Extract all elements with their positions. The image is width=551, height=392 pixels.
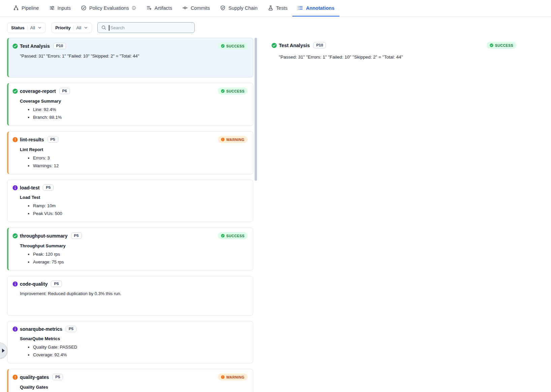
tab-label: Commits: [191, 5, 210, 11]
card-header: coverage-report P6 SUCCESS: [12, 87, 248, 95]
annotation-card[interactable]: code-quality P5 Improvement: Reduced dup…: [7, 276, 253, 316]
chevron-down-icon: [38, 26, 42, 30]
annotation-detail-pane: Test Analysis P10 SUCCESS "Passed: 31" "…: [258, 38, 551, 60]
status-pill-label: WARNING: [226, 375, 245, 379]
annotation-card[interactable]: sonarqube-metrics P5 SonarQube Metrics Q…: [7, 321, 253, 363]
divider: [73, 25, 74, 30]
priority-badge: P10: [313, 42, 326, 48]
annotation-heading: Quality Gates: [20, 384, 248, 391]
annotation-bullets: Quality Gate: PASSEDCoverage: 92.4%: [20, 343, 248, 359]
tab-icon: [13, 5, 19, 11]
status-icon: [12, 88, 18, 94]
annotation-card[interactable]: Test Analysis P10 SUCCESS "Passed: 31" "…: [7, 38, 253, 77]
bullet-item: Warnings: 12: [33, 162, 248, 170]
card-header: quality-gates P5 WARNING: [12, 373, 248, 381]
scrollbar: [253, 38, 258, 392]
tab-icon: [220, 5, 226, 11]
status-badge: SUCCESS: [218, 87, 248, 95]
priority-badge: P5: [52, 374, 63, 380]
status-pill-icon: [221, 89, 225, 93]
tab-policy-evaluations[interactable]: Policy Evaluations: [76, 0, 141, 16]
bullet-item: Peak: 120 rps: [33, 250, 248, 258]
card-body: Coverage Summary Line: 92.4%Branch: 88.1…: [20, 98, 248, 121]
card-body: "Passed: 31" "Errors: 1" "Failed: 10" "S…: [20, 53, 248, 60]
tab-annotations[interactable]: Annotations: [292, 0, 339, 16]
priority-badge: P5: [51, 281, 62, 287]
status-filter-dropdown[interactable]: Status All: [7, 23, 46, 33]
tab-pipeline[interactable]: Pipeline: [8, 0, 44, 16]
status-icon: [12, 281, 18, 287]
status-pill-icon: [490, 43, 493, 47]
status-badge: SUCCESS: [218, 42, 248, 49]
status-icon: [12, 326, 18, 332]
annotation-title: quality-gates: [20, 375, 49, 380]
status-filter-value: All: [30, 25, 35, 30]
tab-tests[interactable]: Tests: [263, 0, 293, 16]
search-input[interactable]: [109, 25, 191, 30]
annotation-card[interactable]: load-test P5 Load Test Ramp: 10mPeak VUs…: [7, 180, 253, 222]
status-pill-icon: [221, 138, 225, 141]
text-caret: [109, 25, 109, 31]
card-body: SonarQube Metrics Quality Gate: PASSEDCo…: [20, 335, 248, 359]
tab-label: Inputs: [58, 5, 71, 11]
bullet-item: Ramp: 10m: [33, 202, 248, 210]
annotation-bullets: Ramp: 10mPeak VUs: 500: [20, 202, 248, 217]
priority-badge: P5: [71, 233, 82, 239]
tab-label: Artifacts: [155, 5, 172, 11]
detail-title: Test Analysis: [279, 43, 310, 48]
status-icon: [12, 43, 18, 49]
annotation-title: sonarqube-metrics: [20, 326, 62, 332]
expand-arrow-icon: [2, 349, 5, 353]
annotation-text: "Passed: 31" "Errors: 1" "Failed: 10" "S…: [20, 53, 248, 60]
status-badge: SUCCESS: [218, 232, 248, 239]
tab-label: Annotations: [306, 5, 334, 11]
annotation-heading: Coverage Summary: [20, 98, 248, 105]
detail-status-icon: [271, 43, 277, 48]
status-pill-icon: [221, 375, 225, 379]
tab-supply-chain[interactable]: Supply Chain: [215, 0, 262, 16]
annotation-bullets: Errors: 3Warnings: 12: [20, 154, 248, 170]
priority-filter-dropdown[interactable]: Priority All: [51, 23, 92, 33]
bullet-item: Branch: 88.1%: [33, 113, 248, 121]
tab-bar: Pipeline Inputs Policy Evaluations Artif…: [0, 0, 551, 17]
annotation-card[interactable]: throughput-summary P5 SUCCESS Throughput…: [7, 227, 253, 271]
tab-artifacts[interactable]: Artifacts: [141, 0, 177, 16]
chevron-down-icon: [84, 26, 88, 30]
bullet-item: Peak VUs: 500: [33, 210, 248, 217]
annotation-heading: Lint Report: [20, 146, 248, 153]
status-pill-icon: [221, 44, 225, 48]
tab-inputs[interactable]: Inputs: [44, 0, 76, 16]
scrollbar-thumb[interactable]: [255, 38, 257, 181]
tab-label: Policy Evaluations: [89, 5, 129, 11]
priority-badge: P10: [53, 43, 66, 49]
detail-header: Test Analysis P10 SUCCESS: [271, 42, 516, 49]
status-pill-label: WARNING: [226, 138, 245, 142]
annotation-card[interactable]: lint-results P5 WARNING Lint Report Erro…: [7, 131, 253, 174]
search-icon: [101, 25, 106, 30]
detail-status-badge: SUCCESS: [487, 42, 516, 49]
card-body: Load Test Ramp: 10mPeak VUs: 500: [20, 194, 248, 217]
tab-bar-nav: Pipeline Inputs Policy Evaluations Artif…: [8, 0, 339, 16]
annotation-card[interactable]: coverage-report P6 SUCCESS Coverage Summ…: [7, 83, 253, 126]
status-filter-label: Status: [11, 25, 25, 30]
bullet-item: Quality Gate: PASSED: [33, 343, 248, 351]
card-header: throughput-summary P5 SUCCESS: [12, 232, 248, 239]
annotation-title: load-test: [20, 185, 39, 190]
annotation-title: code-quality: [20, 281, 47, 287]
filter-bar: Status All Priority All: [0, 17, 551, 38]
status-pill-icon: [221, 234, 225, 238]
annotation-heading: Throughput Summary: [20, 243, 248, 249]
annotation-card[interactable]: quality-gates P5 WARNING Quality Gates: [7, 369, 253, 392]
card-header: Test Analysis P10 SUCCESS: [12, 42, 248, 49]
priority-badge: P5: [66, 326, 76, 332]
tab-commits[interactable]: Commits: [177, 0, 215, 16]
bullet-item: Coverage: 92.4%: [33, 351, 248, 359]
status-pill-label: SUCCESS: [226, 44, 245, 48]
tab-icon: [268, 5, 273, 11]
priority-filter-value: All: [76, 25, 81, 30]
annotation-title: throughput-summary: [20, 233, 68, 239]
detail-body-text: "Passed: 31" "Errors: 1" "Failed: 10" "S…: [279, 55, 516, 60]
search-box: [97, 22, 195, 33]
status-icon: [12, 375, 18, 380]
status-icon: [12, 137, 18, 142]
